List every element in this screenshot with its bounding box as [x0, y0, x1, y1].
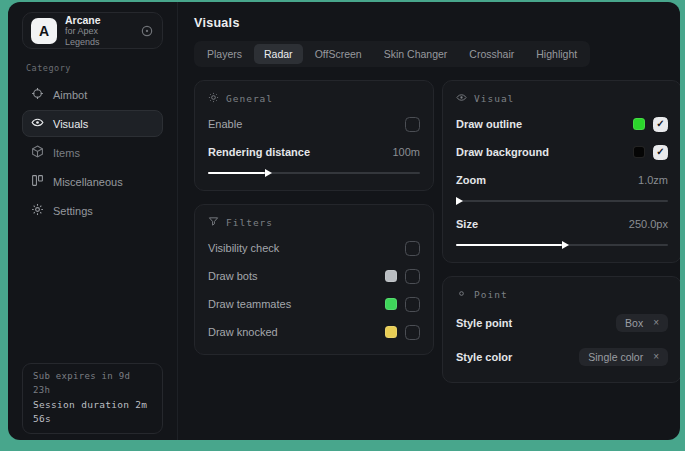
zoom-label: Zoom [456, 174, 486, 186]
panel-title: Point [474, 289, 508, 300]
rendering-distance-slider[interactable] [208, 169, 420, 177]
draw-teammates-checkbox[interactable] [405, 297, 420, 312]
sidebar-item-settings[interactable]: Settings [22, 197, 163, 224]
panel-general-header: General [208, 92, 420, 105]
sidebar-item-label: Aimbot [53, 89, 87, 101]
panel-title: General [226, 93, 273, 104]
draw-background-row: Draw background ✓ [456, 143, 668, 161]
draw-teammates-label: Draw teammates [208, 298, 291, 310]
dot-icon [456, 288, 467, 301]
panel-title: Filters [226, 217, 273, 228]
size-block: Size 250.0px [456, 215, 668, 249]
enable-row: Enable [208, 115, 420, 133]
sidebar-item-label: Items [53, 147, 80, 159]
slider-fill [456, 244, 562, 246]
draw-teammates-color-swatch[interactable] [385, 298, 397, 310]
gear-icon [31, 203, 44, 218]
draw-bots-color-swatch[interactable] [385, 270, 397, 282]
sidebar-item-miscellaneous[interactable]: Miscellaneous [22, 168, 163, 195]
check-icon: ✓ [656, 119, 664, 129]
zoom-value: 1.0zm [638, 174, 668, 186]
zoom-block: Zoom 1.0zm [456, 171, 668, 205]
size-label: Size [456, 218, 478, 230]
sidebar-item-items[interactable]: Items [22, 139, 163, 166]
sidebar-item-visuals[interactable]: Visuals [22, 110, 163, 137]
style-point-label: Style point [456, 317, 512, 329]
app-titles: Arcane for Apex Legends [65, 14, 132, 47]
size-value: 250.0px [629, 218, 668, 230]
panel-area: General Enable Rendering distance 100m [194, 80, 680, 383]
rendering-distance-block: Rendering distance 100m [208, 143, 420, 177]
draw-outline-label: Draw outline [456, 118, 522, 130]
target-icon[interactable] [140, 24, 154, 38]
draw-knocked-label: Draw knocked [208, 326, 278, 338]
app-window: A Arcane for Apex Legends Category Aimbo… [8, 2, 680, 440]
draw-knocked-row: Draw knocked [208, 323, 420, 341]
style-color-value: Single color [588, 351, 643, 363]
visibility-check-label: Visibility check [208, 242, 279, 254]
slider-thumb[interactable] [456, 197, 463, 205]
draw-outline-row: Draw outline ✓ [456, 115, 668, 133]
tab-bar: Players Radar OffScreen Skin Changer Cro… [194, 41, 590, 67]
eye-icon [456, 92, 467, 105]
panel-title: Visual [474, 93, 514, 104]
app-header: A Arcane for Apex Legends [22, 12, 163, 49]
style-color-row: Style color Single color × [456, 345, 668, 369]
panel-visual: Visual Draw outline ✓ Draw background [442, 80, 680, 263]
panel-filters: Filters Visibility check Draw bots [194, 204, 434, 355]
sidebar-item-label: Miscellaneous [53, 176, 123, 188]
draw-background-label: Draw background [456, 146, 549, 158]
style-point-value: Box [625, 317, 643, 329]
check-icon: ✓ [656, 147, 664, 157]
draw-bots-row: Draw bots [208, 267, 420, 285]
right-panel-column: Visual Draw outline ✓ Draw background [442, 80, 680, 383]
main-content: Visuals Players Radar OffScreen Skin Cha… [178, 2, 680, 440]
slider-track [456, 200, 668, 202]
app-name: Arcane [65, 14, 132, 26]
sun-icon [208, 92, 219, 105]
eye-icon [31, 116, 44, 131]
tab-highlight[interactable]: Highlight [526, 44, 587, 64]
size-slider[interactable] [456, 241, 668, 249]
size-row: Size 250.0px [456, 215, 668, 233]
draw-outline-color-swatch[interactable] [633, 118, 645, 130]
draw-bots-label: Draw bots [208, 270, 258, 282]
subscription-status-box: Sub expires in 9d 23h Session duration 2… [22, 363, 163, 434]
app-subtitle: for Apex Legends [65, 26, 132, 47]
draw-outline-checkbox[interactable]: ✓ [653, 117, 668, 132]
draw-knocked-color-swatch[interactable] [385, 326, 397, 338]
slider-thumb[interactable] [265, 169, 272, 177]
tab-players[interactable]: Players [197, 44, 252, 64]
clear-icon[interactable]: × [653, 318, 659, 328]
left-panel-column: General Enable Rendering distance 100m [194, 80, 434, 355]
tab-offscreen[interactable]: OffScreen [305, 44, 372, 64]
zoom-slider[interactable] [456, 197, 668, 205]
panel-point-header: Point [456, 288, 668, 301]
sidebar: A Arcane for Apex Legends Category Aimbo… [8, 2, 178, 440]
style-point-select[interactable]: Box × [616, 314, 668, 332]
crosshair-icon [31, 87, 44, 102]
sidebar-item-aimbot[interactable]: Aimbot [22, 81, 163, 108]
tab-radar[interactable]: Radar [254, 44, 303, 64]
rendering-distance-row: Rendering distance 100m [208, 143, 420, 161]
draw-bots-checkbox[interactable] [405, 269, 420, 284]
draw-background-checkbox[interactable]: ✓ [653, 145, 668, 160]
style-color-select[interactable]: Single color × [579, 348, 668, 366]
enable-checkbox[interactable] [405, 117, 420, 132]
session-duration-text: Session duration 2m 56s [33, 398, 152, 427]
draw-background-color-swatch[interactable] [633, 146, 645, 158]
draw-knocked-checkbox[interactable] [405, 325, 420, 340]
sidebar-item-label: Visuals [53, 118, 88, 130]
visibility-check-checkbox[interactable] [405, 241, 420, 256]
panel-filters-header: Filters [208, 216, 420, 229]
zoom-row: Zoom 1.0zm [456, 171, 668, 189]
style-point-row: Style point Box × [456, 311, 668, 335]
sidebar-nav: Aimbot Visuals Items Miscellaneous Setti… [22, 81, 163, 224]
panel-visual-header: Visual [456, 92, 668, 105]
tab-skin-changer[interactable]: Skin Changer [374, 44, 458, 64]
tab-crosshair[interactable]: Crosshair [459, 44, 524, 64]
clear-icon[interactable]: × [653, 352, 659, 362]
visibility-check-row: Visibility check [208, 239, 420, 257]
category-label: Category [26, 63, 159, 73]
slider-thumb[interactable] [562, 241, 569, 249]
